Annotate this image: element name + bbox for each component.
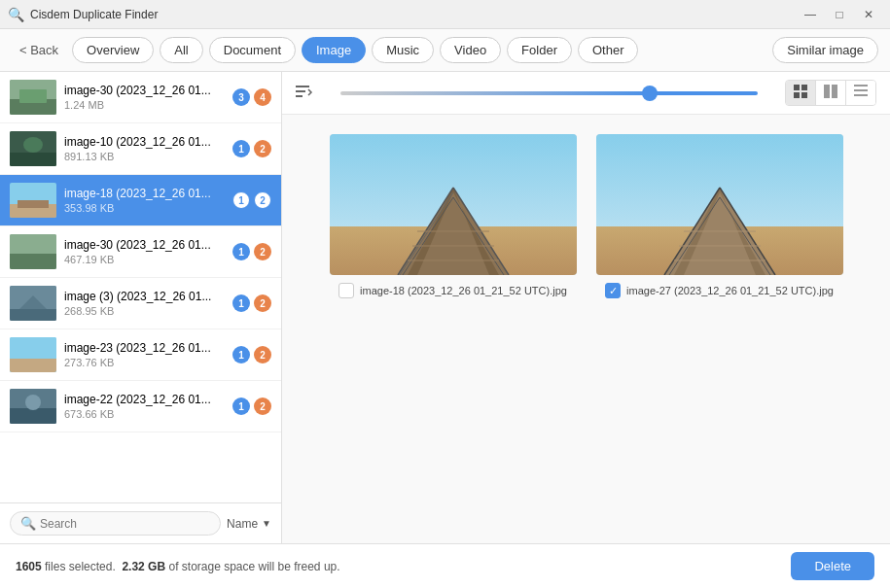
list-item[interactable]: image-30 (2023_12_26 01... 467.19 KB 1 2 xyxy=(0,226,281,278)
list-item[interactable]: image-10 (2023_12_26 01... 891.13 KB 1 2 xyxy=(0,123,281,175)
search-input-wrap: 🔍 xyxy=(10,511,221,536)
title-bar-left: 🔍 Cisdem Duplicate Finder xyxy=(8,7,158,22)
image-preview-1 xyxy=(330,134,577,275)
sort-label: Name xyxy=(227,517,258,531)
list-item[interactable]: image-22 (2023_12_26 01... 673.66 KB 1 2 xyxy=(0,381,281,432)
list-item[interactable]: image-18 (2023_12_26 01... 353.98 KB 1 2 xyxy=(0,175,281,226)
thumbnail xyxy=(10,80,56,115)
tab-overview[interactable]: Overview xyxy=(72,37,154,63)
sort-select[interactable]: Name ▼ xyxy=(227,517,271,531)
grid-view-button[interactable] xyxy=(786,81,816,105)
badge-count-1: 1 xyxy=(232,398,250,415)
chevron-down-icon: ▼ xyxy=(262,518,271,529)
file-info: image-23 (2023_12_26 01... 273.76 KB xyxy=(64,341,225,368)
toolbar: < Back Overview All Document Image Music… xyxy=(0,29,890,72)
svg-rect-4 xyxy=(10,153,56,166)
tab-document[interactable]: Document xyxy=(209,37,296,63)
thumbnail xyxy=(10,337,56,372)
file-badges: 1 2 xyxy=(232,140,271,157)
tab-other[interactable]: Other xyxy=(578,37,639,63)
split-view-button[interactable] xyxy=(816,81,846,105)
svg-rect-29 xyxy=(854,89,868,91)
list-item[interactable]: image-30 (2023_12_26 01... 1.24 MB 3 4 xyxy=(0,72,281,123)
tab-video[interactable]: Video xyxy=(440,37,501,63)
badge-count-1: 3 xyxy=(232,88,250,106)
file-info: image (3) (2023_12_26 01... 268.95 KB xyxy=(64,290,225,317)
svg-rect-27 xyxy=(832,85,837,98)
svg-point-5 xyxy=(23,137,43,153)
file-info: image-18 (2023_12_26 01... 353.98 KB xyxy=(64,187,225,214)
svg-rect-28 xyxy=(854,85,868,86)
file-name: image-30 (2023_12_26 01... xyxy=(64,238,225,252)
svg-rect-25 xyxy=(801,92,807,98)
file-badges: 1 2 xyxy=(232,346,271,363)
tab-music[interactable]: Music xyxy=(372,37,434,63)
file-name: image (3) (2023_12_26 01... xyxy=(64,290,225,303)
app-title: Cisdem Duplicate Finder xyxy=(30,8,158,21)
app-icon: 🔍 xyxy=(8,7,24,22)
badge-count-2: 2 xyxy=(254,346,271,363)
badge-count-2: 2 xyxy=(254,140,271,157)
svg-rect-23 xyxy=(801,85,807,90)
list-item[interactable]: image-23 (2023_12_26 01... 273.76 KB 1 2 xyxy=(0,329,281,381)
tab-image[interactable]: Image xyxy=(302,37,366,63)
file-badges: 1 2 xyxy=(232,191,271,209)
image-filename-1: image-18 (2023_12_26 01_21_52 UTC).jpg xyxy=(360,285,567,296)
image-checkbox-2[interactable] xyxy=(605,283,621,298)
delete-button[interactable]: Delete xyxy=(791,552,874,580)
file-size: 353.98 KB xyxy=(64,202,225,214)
status-bar: 1605 files selected. 2.32 GB of storage … xyxy=(0,543,890,588)
tab-all[interactable]: All xyxy=(160,37,202,63)
search-input[interactable] xyxy=(40,517,210,531)
badge-count-2: 2 xyxy=(254,294,271,312)
file-size: 467.19 KB xyxy=(64,254,225,265)
file-badges: 1 2 xyxy=(232,294,271,312)
minimize-button[interactable]: — xyxy=(797,5,824,24)
status-text: 1605 files selected. 2.32 GB of storage … xyxy=(16,560,340,573)
zoom-slider[interactable] xyxy=(340,91,758,95)
svg-rect-8 xyxy=(18,200,49,208)
svg-rect-15 xyxy=(10,359,56,372)
list-item[interactable]: image (3) (2023_12_26 01... 268.95 KB 1 … xyxy=(0,278,281,329)
file-info: image-10 (2023_12_26 01... 891.13 KB xyxy=(64,135,225,162)
image-checkbox-1[interactable] xyxy=(338,283,354,298)
storage-size: 2.32 GB xyxy=(122,560,165,573)
image-grid: image-18 (2023_12_26 01_21_52 UTC).jpg xyxy=(302,134,871,298)
file-name: image-30 (2023_12_26 01... xyxy=(64,84,225,97)
file-badges: 1 2 xyxy=(232,398,271,415)
left-panel: image-30 (2023_12_26 01... 1.24 MB 3 4 xyxy=(0,72,282,543)
image-area: image-18 (2023_12_26 01_21_52 UTC).jpg xyxy=(282,115,890,543)
image-filename-2: image-27 (2023_12_26 01_21_52 UTC).jpg xyxy=(626,285,834,296)
file-size: 891.13 KB xyxy=(64,151,225,162)
tab-folder[interactable]: Folder xyxy=(507,37,572,63)
svg-point-18 xyxy=(25,395,41,410)
badge-count-1: 1 xyxy=(232,243,250,260)
maximize-button[interactable]: □ xyxy=(826,5,853,24)
image-card-1: image-18 (2023_12_26 01_21_52 UTC).jpg xyxy=(330,134,577,298)
badge-count-2: 4 xyxy=(254,88,271,106)
right-panel: image-18 (2023_12_26 01_21_52 UTC).jpg xyxy=(282,72,890,543)
file-info: image-30 (2023_12_26 01... 467.19 KB xyxy=(64,238,225,265)
file-info: image-22 (2023_12_26 01... 673.66 KB xyxy=(64,393,225,420)
list-view-button[interactable] xyxy=(846,81,875,105)
file-badges: 3 4 xyxy=(232,88,271,106)
back-button[interactable]: < Back xyxy=(12,39,66,61)
thumbnail xyxy=(10,234,56,269)
file-size: 273.76 KB xyxy=(64,357,225,368)
svg-rect-2 xyxy=(19,89,47,103)
thumbnail xyxy=(10,286,56,321)
thumbnail xyxy=(10,131,56,166)
close-button[interactable]: ✕ xyxy=(855,5,882,24)
view-buttons xyxy=(785,80,876,106)
badge-count-1: 1 xyxy=(232,346,250,363)
file-size: 268.95 KB xyxy=(64,305,225,317)
badge-count-1: 1 xyxy=(232,294,250,312)
svg-rect-26 xyxy=(824,85,830,98)
slider-wrap xyxy=(321,91,777,95)
file-name: image-18 (2023_12_26 01... xyxy=(64,187,225,200)
svg-rect-24 xyxy=(794,92,800,98)
svg-rect-17 xyxy=(10,408,56,424)
image-preview-2 xyxy=(596,134,843,275)
similar-image-button[interactable]: Similar image xyxy=(772,37,878,63)
clear-sort-button[interactable] xyxy=(296,85,313,101)
